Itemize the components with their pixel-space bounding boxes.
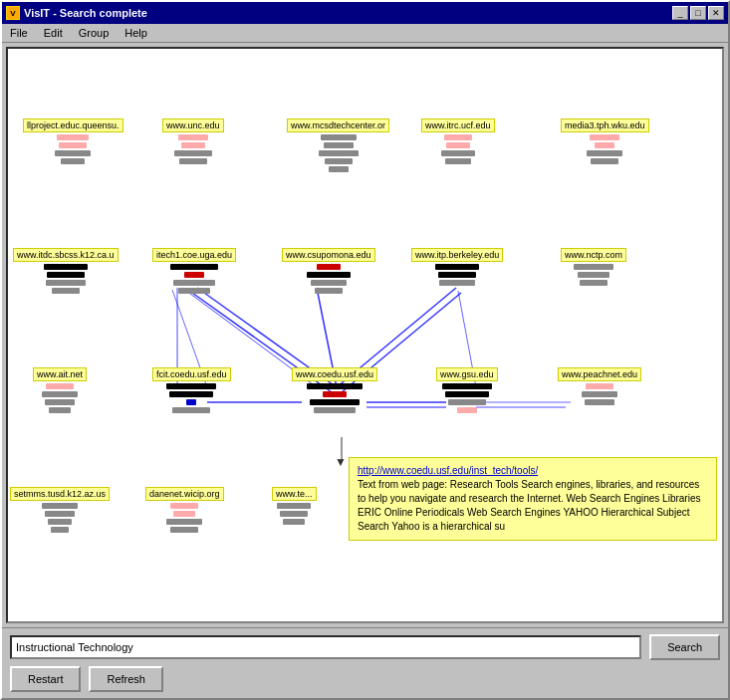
bar	[174, 150, 212, 156]
bar	[51, 527, 69, 533]
node-label: www.nctp.com	[561, 248, 626, 262]
node-mcsd[interactable]: www.mcsdtechcenter.or	[287, 118, 389, 172]
bar	[314, 407, 356, 413]
title-controls: _ □ ✕	[672, 6, 724, 20]
node-label: llproject.educ.queensu.	[23, 118, 123, 132]
cursor-indicator: ▼	[335, 455, 345, 465]
node-peachnet[interactable]: www.peachnet.edu	[558, 367, 641, 405]
node-ait[interactable]: www.ait.net	[33, 367, 87, 413]
bar	[172, 407, 210, 413]
bar	[48, 519, 72, 525]
bar	[42, 503, 78, 509]
node-label: www.te...	[272, 487, 317, 501]
bar	[574, 264, 613, 270]
node-label: danenet.wicip.org	[145, 487, 224, 501]
bar	[184, 272, 204, 278]
node-itech1[interactable]: itech1.coe.uga.edu	[152, 248, 236, 294]
bar	[444, 134, 472, 140]
node-berkeley[interactable]: www.itp.berkeley.edu	[411, 248, 503, 286]
node-label: fcit.coedu.usf.edu	[152, 367, 231, 381]
bar	[283, 519, 305, 525]
node-www-te[interactable]: www.te...	[272, 487, 317, 525]
node-bars	[166, 503, 202, 533]
restart-button[interactable]: Restart	[10, 666, 81, 692]
node-danenet[interactable]: danenet.wicip.org	[145, 487, 224, 533]
bar	[435, 264, 479, 270]
bar	[307, 383, 363, 389]
menu-file[interactable]: File	[6, 26, 32, 40]
bar	[178, 288, 210, 294]
bar	[439, 280, 475, 286]
bar	[321, 134, 357, 140]
bar	[169, 391, 213, 397]
bar	[325, 158, 353, 164]
menu-bar: File Edit Group Help	[2, 24, 728, 43]
node-bars	[574, 264, 613, 286]
node-unc[interactable]: www.unc.edu	[162, 118, 224, 164]
bar	[47, 272, 85, 278]
bar	[181, 142, 205, 148]
bar	[166, 383, 216, 389]
bar	[441, 150, 475, 156]
bar	[173, 511, 195, 517]
close-button[interactable]: ✕	[708, 6, 724, 20]
bar	[587, 150, 622, 156]
menu-help[interactable]: Help	[121, 26, 151, 40]
node-label: media3.tph.wku.edu	[561, 118, 649, 132]
node-gsu[interactable]: www.gsu.edu	[436, 367, 498, 413]
main-window: V VisIT - Search complete _ □ ✕ File Edi…	[0, 0, 730, 700]
bar	[52, 288, 80, 294]
bar	[446, 142, 470, 148]
bar	[61, 158, 85, 164]
menu-group[interactable]: Group	[75, 26, 114, 40]
node-label: www.coedu.usf.edu	[292, 367, 377, 381]
bar	[46, 280, 86, 286]
maximize-button[interactable]: □	[690, 6, 706, 20]
menu-edit[interactable]: Edit	[40, 26, 67, 40]
node-bars	[42, 383, 78, 413]
tooltip-url: http://www.coedu.usf.edu/inst_tech/tools…	[358, 464, 708, 478]
node-label: www.gsu.edu	[436, 367, 498, 381]
minimize-button[interactable]: _	[672, 6, 688, 20]
bar	[277, 503, 311, 509]
node-bars	[307, 264, 351, 294]
node-bars	[587, 134, 622, 164]
node-label: www.peachnet.edu	[558, 367, 641, 381]
bar	[323, 391, 347, 397]
bar	[46, 383, 74, 389]
bar	[166, 519, 202, 525]
node-bars	[307, 383, 363, 413]
bar	[170, 264, 218, 270]
visualization-canvas: llproject.educ.queensu. www.unc.edu www.…	[6, 47, 724, 623]
node-bars	[319, 134, 359, 172]
bar	[578, 272, 609, 278]
node-itrc[interactable]: www.itrc.ucf.edu	[421, 118, 495, 164]
bar	[317, 264, 341, 270]
bar	[49, 407, 71, 413]
bar	[170, 527, 198, 533]
bar	[595, 142, 614, 148]
node-csupomona[interactable]: www.csupomona.edu	[282, 248, 375, 294]
bar	[591, 158, 618, 164]
bar	[42, 391, 78, 397]
node-llproject[interactable]: llproject.educ.queensu.	[23, 118, 123, 164]
refresh-button[interactable]: Refresh	[89, 666, 163, 692]
search-input[interactable]	[10, 635, 641, 659]
node-media3[interactable]: media3.tph.wku.edu	[561, 118, 649, 164]
window-title: VisIT - Search complete	[24, 7, 147, 19]
node-nctp[interactable]: www.nctp.com	[561, 248, 626, 286]
node-coedu[interactable]: www.coedu.usf.edu	[292, 367, 377, 413]
search-button[interactable]: Search	[649, 634, 720, 660]
bar	[590, 134, 619, 140]
node-itdc[interactable]: www.itdc.sbcss.k12.ca.u	[13, 248, 119, 294]
node-label: itech1.coe.uga.edu	[152, 248, 236, 262]
bar	[445, 158, 471, 164]
node-label: setmms.tusd.k12.az.us	[10, 487, 110, 501]
node-bars	[442, 383, 492, 413]
node-bars	[441, 134, 475, 164]
bottom-panel: Search Restart Refresh	[2, 627, 728, 698]
node-label: www.mcsdtechcenter.or	[287, 118, 389, 132]
bar	[448, 399, 486, 405]
node-fcit[interactable]: fcit.coedu.usf.edu	[152, 367, 231, 413]
node-setmms[interactable]: setmms.tusd.k12.az.us	[10, 487, 110, 533]
